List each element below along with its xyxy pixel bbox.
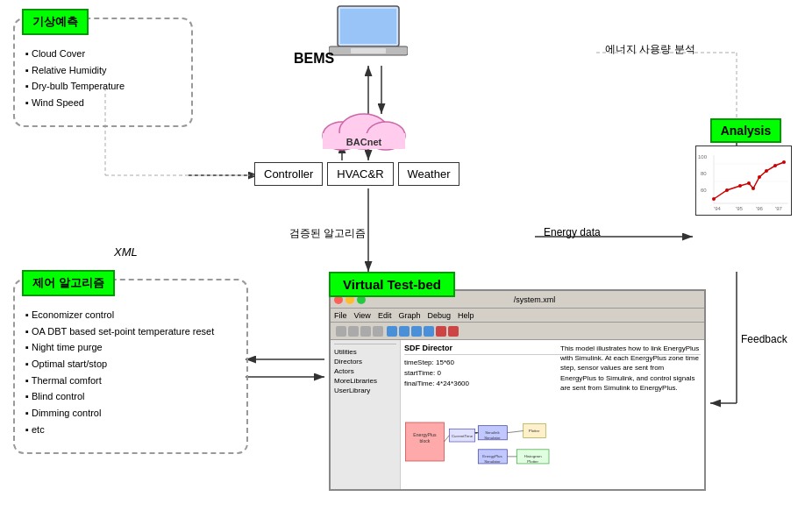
sidebar-morelibraries: MoreLibraries	[334, 376, 396, 386]
svg-text:Simulator: Simulator	[484, 436, 501, 440]
energy-usage-label: 에너지 사용량 분석	[605, 42, 695, 57]
controller-box: Controller	[254, 162, 323, 186]
weather-forecast-box: 기상예측 Cloud Cover Relative Humidity Dry-b…	[13, 18, 193, 127]
weather-item-2: Relative Humidity	[25, 62, 181, 79]
algo-item-2: OA DBT based set-point temperature reset	[25, 323, 236, 340]
menu-graph[interactable]: Graph	[398, 311, 420, 320]
algo-item-4: Optimal start/stop	[25, 356, 236, 373]
svg-text:'97: '97	[775, 206, 782, 211]
svg-line-77	[444, 436, 449, 442]
simulink-body: Utilities Directors Actors MoreLibraries…	[331, 340, 704, 489]
laptop-icon	[329, 4, 408, 64]
algo-item-3: Night time purge	[25, 339, 236, 356]
algo-item-1: Economizer control	[25, 307, 236, 323]
svg-text:'95: '95	[736, 206, 743, 211]
sub-boxes: Controller HVAC&R Weather	[254, 162, 459, 186]
svg-rect-49	[348, 326, 359, 337]
algo-item-7: Dimming control	[25, 405, 236, 422]
weather-item-4: Wind Speed	[25, 95, 181, 111]
svg-rect-54	[411, 326, 422, 337]
sidebar-directors: Directors	[334, 357, 396, 366]
simulink-canvas: SDF Director timeStep: 15*60 startTime: …	[401, 340, 704, 489]
algo-item-8: etc	[25, 422, 236, 438]
svg-text:'96: '96	[756, 206, 763, 211]
sidebar-utilities: Utilities	[334, 347, 396, 357]
svg-text:Simulink: Simulink	[485, 430, 500, 435]
svg-text:80: 80	[701, 171, 707, 176]
svg-rect-21	[351, 48, 386, 53]
menu-help[interactable]: Help	[458, 311, 474, 320]
bacnet-cloud: BACnet	[316, 105, 412, 156]
svg-rect-50	[360, 326, 371, 337]
svg-text:Plotter: Plotter	[529, 429, 540, 433]
svg-text:'94: '94	[714, 206, 721, 211]
svg-text:CurrentTime: CurrentTime	[452, 434, 474, 438]
sidebar-userlibrary: UserLibrary	[334, 386, 396, 395]
svg-point-45	[765, 169, 768, 173]
weather-box: Weather	[398, 162, 460, 186]
menu-debug[interactable]: Debug	[427, 311, 451, 320]
svg-text:BACnet: BACnet	[346, 137, 382, 147]
simulink-menubar: File View Edit Graph Debug Help	[331, 309, 704, 323]
svg-line-75	[507, 431, 523, 433]
svg-rect-57	[448, 326, 459, 337]
sim-description: This model illustrates how to link Energ…	[560, 344, 701, 393]
weather-forecast-content: Cloud Cover Relative Humidity Dry-bulb T…	[15, 39, 191, 118]
svg-rect-52	[387, 326, 397, 337]
svg-rect-53	[399, 326, 410, 337]
simulink-box: /system.xml File View Edit Graph Debug H…	[329, 289, 706, 491]
virtual-testbed-label: Virtual Test-bed	[329, 272, 455, 297]
algo-item-6: Blind control	[25, 388, 236, 405]
svg-rect-48	[336, 326, 346, 337]
bems-label: BEMS	[294, 51, 334, 67]
svg-rect-27	[696, 146, 792, 215]
svg-point-46	[773, 164, 777, 167]
energy-data-label: Energy data	[544, 226, 601, 238]
svg-point-43	[751, 187, 755, 190]
xml-label: XML	[114, 245, 138, 259]
svg-text:Plotter: Plotter	[527, 459, 538, 464]
svg-text:Simulator: Simulator	[484, 459, 501, 464]
weather-forecast-title: 기상예측	[22, 9, 89, 35]
svg-point-42	[747, 181, 751, 185]
svg-text:EnergyPlus: EnergyPlus	[482, 454, 502, 458]
svg-text:EnergyPlus: EnergyPlus	[413, 432, 437, 437]
svg-rect-56	[436, 326, 446, 337]
svg-point-39	[712, 197, 716, 201]
svg-point-41	[738, 184, 742, 188]
simulink-sidebar: Utilities Directors Actors MoreLibraries…	[331, 340, 401, 489]
verified-algo-label: 검증된 알고리즘	[289, 226, 366, 241]
svg-rect-19	[340, 9, 396, 44]
svg-point-44	[758, 175, 761, 179]
weather-item-1: Cloud Cover	[25, 46, 181, 62]
analysis-chart: 100 80 60 '94 '95 '96 '97	[695, 145, 792, 216]
analysis-label: Analysis	[710, 118, 782, 143]
svg-rect-51	[373, 326, 383, 337]
svg-text:60: 60	[701, 188, 707, 193]
simulink-toolbar	[331, 323, 704, 340]
analysis-box: Analysis 100 80 60 '94 '95 '96 '97	[695, 118, 796, 216]
weather-item-3: Dry-bulb Temperature	[25, 78, 181, 95]
menu-edit[interactable]: Edit	[378, 311, 392, 320]
algo-item-5: Thermal comfort	[25, 373, 236, 389]
svg-rect-55	[424, 326, 434, 337]
svg-text:block: block	[419, 438, 430, 444]
svg-text:Histogram: Histogram	[524, 454, 542, 458]
sidebar-header	[334, 344, 396, 344]
menu-view[interactable]: View	[354, 311, 371, 320]
svg-point-47	[782, 160, 786, 164]
control-algo-content: Economizer control OA DBT based set-poin…	[15, 300, 246, 445]
svg-text:100: 100	[698, 154, 708, 160]
hvacr-box: HVAC&R	[327, 162, 393, 186]
control-algo-box: 제어 알고리즘 Economizer control OA DBT based …	[13, 279, 248, 454]
sidebar-actors: Actors	[334, 366, 396, 376]
diagram-container: BEMS BACnet Controller HVAC&R Weather 기상…	[0, 0, 812, 511]
control-algo-title: 제어 알고리즘	[22, 270, 115, 296]
feedback-label: Feedback	[741, 333, 787, 345]
svg-point-40	[725, 188, 729, 192]
menu-file[interactable]: File	[334, 311, 347, 320]
